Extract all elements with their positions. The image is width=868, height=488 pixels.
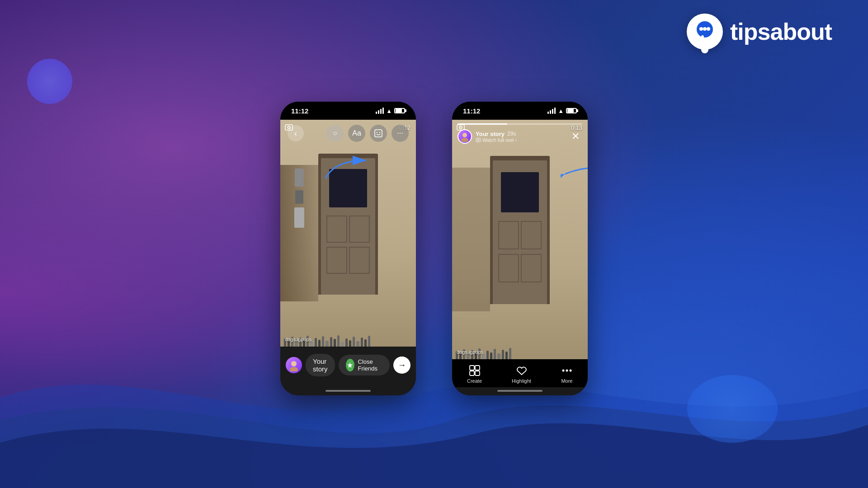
svg-rect-26 bbox=[475, 366, 480, 370]
toolbar-right-buttons: ○ Aa ··· bbox=[326, 125, 409, 142]
b19 bbox=[353, 337, 355, 347]
circle-button[interactable]: ○ bbox=[326, 125, 344, 142]
p2-door-panel-3 bbox=[498, 254, 519, 283]
p2-b12 bbox=[497, 353, 500, 359]
p2-battery-fill bbox=[567, 109, 574, 113]
phone1-status-icons: ▲ bbox=[376, 108, 405, 114]
svg-point-21 bbox=[478, 140, 478, 140]
svg-marker-15 bbox=[347, 362, 353, 368]
bottle3 bbox=[294, 207, 304, 228]
create-action[interactable]: Create bbox=[467, 365, 482, 384]
close-icon: ✕ bbox=[571, 131, 580, 142]
your-story-label: Your story bbox=[313, 357, 328, 373]
send-button[interactable]: → bbox=[393, 357, 410, 374]
svg-point-17 bbox=[462, 133, 467, 137]
text-button[interactable]: Aa bbox=[348, 125, 365, 142]
b11 bbox=[322, 336, 324, 347]
b18 bbox=[349, 340, 351, 347]
watch-reel-label: Watch full reel › bbox=[482, 137, 517, 143]
phone2-scene: 0:13 dogs.igpups bbox=[452, 120, 588, 359]
story-user-avatar bbox=[458, 129, 472, 144]
svg-rect-25 bbox=[470, 366, 474, 370]
phone2-status-time: 11:12 bbox=[463, 107, 480, 115]
text-icon: Aa bbox=[352, 129, 361, 137]
phone2-status-icons: ▲ bbox=[547, 108, 577, 114]
p2-door-panel-2 bbox=[521, 221, 542, 250]
door-panel-left bbox=[326, 216, 347, 243]
p2-b10 bbox=[490, 352, 492, 359]
main-content: 11:12 ▲ ‹ bbox=[0, 0, 868, 488]
close-friends-label: Close Friends bbox=[358, 358, 382, 372]
svg-point-29 bbox=[562, 370, 564, 372]
p2-door-window bbox=[501, 172, 539, 212]
phone1-video-content: 0:12 dogs.igpups bbox=[280, 120, 416, 347]
signal-bar-4 bbox=[382, 108, 384, 114]
phone2-home-indicator bbox=[452, 387, 588, 395]
p2-signal-bar-3 bbox=[552, 109, 553, 114]
highlight-icon bbox=[516, 365, 528, 376]
scene-content bbox=[280, 120, 416, 347]
phone1-wifi: ▲ bbox=[386, 108, 392, 114]
back-icon: ‹ bbox=[294, 129, 297, 138]
phone1-toolbar: ‹ ○ Aa bbox=[280, 120, 416, 147]
close-friends-button[interactable]: Close Friends bbox=[339, 355, 390, 375]
p2-signal-bar-2 bbox=[550, 110, 551, 114]
emoji-button[interactable] bbox=[370, 125, 387, 142]
p2-home-bar bbox=[497, 390, 542, 392]
phone2-bottom-bar: Create Highlight More bbox=[452, 359, 588, 387]
your-story-button[interactable]: Your story bbox=[306, 354, 335, 376]
signal-bar-2 bbox=[378, 110, 379, 114]
svg-point-31 bbox=[569, 370, 571, 372]
circle-icon: ○ bbox=[333, 129, 337, 137]
phone1-scene: 0:12 dogs.igpups bbox=[280, 120, 416, 347]
p2-b9 bbox=[486, 351, 489, 359]
door-main bbox=[321, 158, 375, 294]
more-button[interactable]: ··· bbox=[392, 125, 409, 142]
phones-container: 11:12 ▲ ‹ bbox=[280, 102, 588, 395]
phone2-signal bbox=[547, 108, 556, 114]
b21 bbox=[361, 338, 363, 347]
door-panel-bl bbox=[326, 247, 347, 274]
phone2-video-area: 0:13 dogs.igpups bbox=[452, 120, 588, 359]
phone2-wifi: ▲ bbox=[558, 108, 564, 114]
b8 bbox=[310, 342, 313, 347]
p2-b15 bbox=[509, 348, 511, 359]
story-user-row: Your story 29s Watch full reel › bbox=[458, 129, 582, 144]
signal-bar-1 bbox=[376, 112, 377, 114]
p2-b14 bbox=[505, 352, 508, 359]
story-watch-reel[interactable]: Watch full reel › bbox=[476, 137, 517, 143]
b12 bbox=[326, 341, 329, 347]
more-icon: ··· bbox=[397, 129, 403, 137]
story-progress-bar bbox=[458, 123, 582, 125]
send-icon: → bbox=[398, 361, 406, 370]
story-close-button[interactable]: ✕ bbox=[569, 130, 582, 143]
story-progress-fill bbox=[458, 123, 507, 125]
b15 bbox=[337, 335, 340, 347]
p2-door-main bbox=[493, 160, 547, 304]
story-user-left: Your story 29s Watch full reel › bbox=[458, 129, 517, 144]
highlight-label: Highlight bbox=[512, 378, 531, 384]
p2-b8 bbox=[482, 354, 485, 359]
battery-fill bbox=[396, 109, 402, 113]
p2-scene-content bbox=[452, 120, 588, 359]
back-button[interactable]: ‹ bbox=[288, 125, 304, 141]
door-panel-right bbox=[349, 216, 370, 243]
shelf-items bbox=[280, 165, 318, 301]
phone2-story-header: Your story 29s Watch full reel › bbox=[452, 120, 588, 147]
phone2-video-content: 0:13 dogs.igpups bbox=[452, 120, 588, 359]
story-avatar-svg bbox=[459, 131, 470, 142]
star-icon bbox=[347, 362, 353, 368]
b13 bbox=[330, 337, 332, 347]
phone2-status-bar: 11:12 ▲ bbox=[452, 102, 588, 120]
phone2-battery bbox=[566, 108, 577, 113]
highlight-action[interactable]: Highlight bbox=[512, 365, 531, 384]
more-action[interactable]: More bbox=[561, 365, 573, 384]
svg-point-9 bbox=[379, 132, 380, 133]
svg-rect-28 bbox=[475, 371, 480, 375]
phone1-home-indicator bbox=[280, 387, 416, 395]
phone1-signal bbox=[376, 108, 384, 114]
story-user-info: Your story 29s Watch full reel › bbox=[476, 131, 517, 143]
b9 bbox=[315, 338, 317, 347]
more-icon bbox=[561, 365, 573, 376]
home-bar bbox=[326, 390, 371, 392]
